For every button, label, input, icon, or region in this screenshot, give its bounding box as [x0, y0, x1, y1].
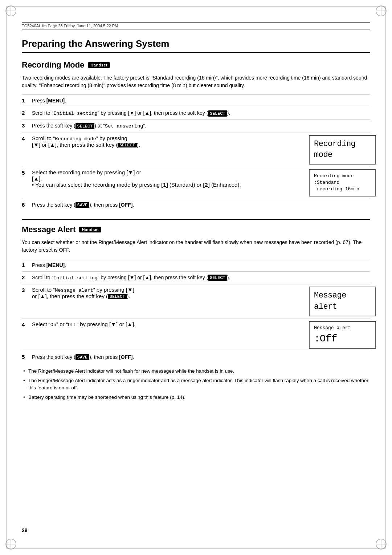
select-badge-r4: SELECT: [118, 143, 136, 147]
steps-recording: 1 Press [MENU]. 2 Scroll to “Initial set…: [22, 94, 370, 211]
sub-bullet-r5: • You can also select the recording mode…: [32, 182, 297, 188]
step-row-r4: Scroll to “Recording mode” by pressing […: [32, 135, 370, 165]
select-badge-r2: SELECT: [208, 110, 227, 117]
step-text-a3: Scroll to “Message alert” by pressing [▼…: [32, 287, 297, 299]
step-num-r4: 4: [22, 135, 32, 142]
step-content-r1: Press [MENU].: [32, 97, 370, 105]
step-num-a2: 2: [22, 274, 32, 280]
header-text: TG5240AL.fm Page 28 Friday, June 11, 200…: [22, 24, 118, 28]
step-content-a5: Press the soft key (SAVE), then press [O…: [32, 353, 370, 361]
screen-col-r5: Recording mode:Standard recording 16min: [303, 169, 370, 197]
handset-badge-recording: Handset: [88, 62, 110, 68]
step-text-r5: Select the recording mode by pressing [▼…: [32, 169, 297, 188]
save-badge-r6: SAVE: [75, 202, 90, 208]
header-bar: TG5240AL.fm Page 28 Friday, June 11, 200…: [22, 22, 370, 29]
section-heading-recording: Recording Mode Handset: [22, 60, 370, 70]
step-alert-1: 1 Press [MENU].: [22, 259, 370, 271]
section-divider: [22, 219, 370, 220]
screen-col-r4: Recording mode: [303, 135, 370, 165]
step-num-a1: 1: [22, 262, 32, 268]
step-content-a2: Scroll to “Initial setting” by pressing …: [32, 274, 370, 282]
step-recording-1: 1 Press [MENU].: [22, 94, 370, 107]
step-num-r6: 6: [22, 201, 32, 208]
step-content-r2: Scroll to “Initial setting” by pressing …: [32, 109, 370, 117]
section-heading-alert: Message Alert Handset: [22, 225, 370, 234]
page-number: 28: [22, 527, 28, 533]
step-num-r3: 3: [22, 122, 32, 129]
step-alert-4: 4 Select “On” or “Off” by pressing [▼] o…: [22, 319, 370, 351]
step-content-r6: Press the soft key (SAVE), then press [O…: [32, 201, 370, 209]
step-text-a4: Select “On” or “Off” by pressing [▼] or …: [32, 321, 297, 328]
section-title-recording: Recording Mode: [22, 60, 84, 70]
step-alert-3: 3 Scroll to “Message alert” by pressing …: [22, 284, 370, 319]
menu-key-a1: [MENU]: [46, 262, 65, 268]
handset-badge-alert: Handset: [79, 227, 101, 232]
bullet-alert-1: The Ringer/Message Alert indicator will …: [22, 368, 370, 375]
step-alert-5: 5 Press the soft key (SAVE), then press …: [22, 351, 370, 363]
select-badge-a2: SELECT: [208, 275, 227, 281]
step-num-r2: 2: [22, 109, 32, 116]
step-recording-2: 2 Scroll to “Initial setting” by pressin…: [22, 107, 370, 119]
section-intro-alert: You can select whether or not the Ringer…: [22, 239, 370, 254]
step-num-r1: 1: [22, 97, 32, 104]
step-recording-6: 6 Press the soft key (SAVE), then press …: [22, 199, 370, 211]
screen-message-alert: Message alert: [309, 287, 376, 316]
step-num-a4: 4: [22, 321, 32, 328]
bullet-alert-3: Battery operating time may be shortened …: [22, 394, 370, 401]
section-title-alert: Message Alert: [22, 225, 75, 234]
select-badge-r3: SELECT: [75, 123, 94, 129]
step-alert-2: 2 Scroll to “Initial setting” by pressin…: [22, 271, 370, 284]
select-badge-a3: SELECT: [108, 294, 127, 299]
section-intro-recording: Two recording modes are available. The f…: [22, 74, 370, 89]
step-recording-3: 3 Press the soft key (SELECT) at “Set an…: [22, 119, 370, 132]
menu-key-r1: [MENU]: [46, 98, 65, 104]
steps-alert: 1 Press [MENU]. 2 Scroll to “Initial set…: [22, 259, 370, 363]
bullet-list-alert: The Ringer/Message Alert indicator will …: [22, 368, 370, 401]
step-row-a3: Scroll to “Message alert” by pressing [▼…: [32, 287, 370, 316]
step-num-a5: 5: [22, 353, 32, 360]
screen-recording-mode: Recording mode: [309, 135, 376, 165]
step-content-a1: Press [MENU].: [32, 262, 370, 269]
step-recording-4: 4 Scroll to “Recording mode” by pressing…: [22, 133, 370, 167]
screen-col-a3: Message alert: [303, 287, 370, 316]
step-text-r4: Scroll to “Recording mode” by pressing […: [32, 135, 297, 148]
bullet-alert-2: The Ringer/Message Alert indicator acts …: [22, 377, 370, 392]
step-content-r3: Press the soft key (SELECT) at “Set answ…: [32, 122, 370, 130]
step-num-a3: 3: [22, 287, 32, 293]
step-row-r5: Select the recording mode by pressing [▼…: [32, 169, 370, 197]
step-row-a4: Select “On” or “Off” by pressing [▼] or …: [32, 321, 370, 349]
page-title: Preparing the Answering System: [22, 38, 370, 53]
screen-alert-off: Message alert :Off: [309, 321, 376, 349]
step-num-r5: 5: [22, 169, 32, 176]
screen-col-a4: Message alert :Off: [303, 321, 370, 349]
screen-recording-detail: Recording mode:Standard recording 16min: [309, 169, 376, 197]
content-area: TG5240AL.fm Page 28 Friday, June 11, 200…: [22, 22, 370, 533]
save-badge-a5: SAVE: [75, 354, 90, 360]
step-recording-5: 5 Select the recording mode by pressing …: [22, 167, 370, 199]
